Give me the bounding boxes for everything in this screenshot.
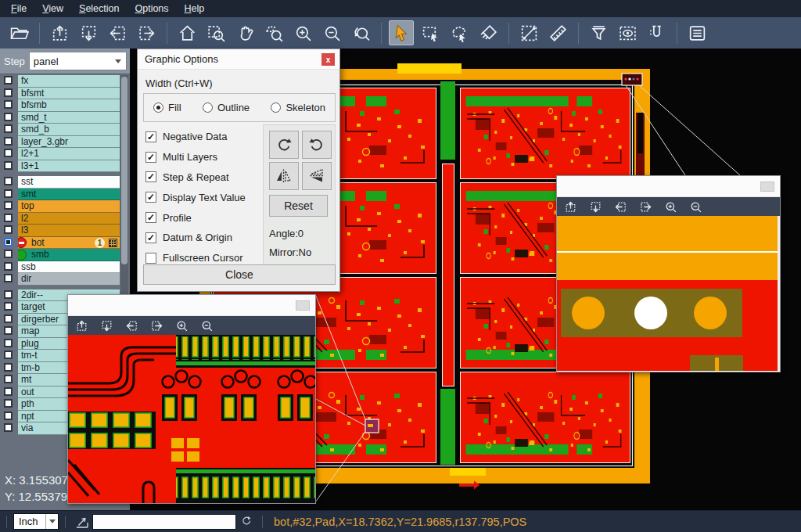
layer-visibility-checkbox[interactable] [4,225,13,234]
window-button-icon[interactable] [296,300,310,311]
menu-item-options[interactable]: Options [127,1,176,16]
layer-visibility-checkbox[interactable] [4,290,13,299]
angle-mode-button[interactable] [75,515,89,529]
layer-visibility-checkbox[interactable] [4,137,13,146]
mirror-horizontal-button[interactable] [269,162,299,190]
layer-name-fx[interactable]: fx [18,75,120,88]
layer-visibility-checkbox[interactable] [4,399,13,408]
measure-line-button[interactable] [516,20,541,45]
rotate-cw-button[interactable] [269,131,299,159]
pan-down-button[interactable] [100,319,113,332]
layer-visibility-checkbox[interactable] [4,363,13,372]
layer-visibility-checkbox[interactable] [4,238,13,246]
mirror-vertical-button[interactable] [302,162,332,190]
layer-visibility-checkbox[interactable] [4,274,13,282]
layer-name-bot[interactable]: bot1 [18,237,120,250]
menu-item-help[interactable]: Help [177,1,213,16]
checkbox-datum-origin[interactable]: ✓Datum & Origin [145,228,246,248]
checkbox-step-repeat[interactable]: ✓Step & Repeat [145,167,246,188]
layer-visibility-checkbox[interactable] [4,76,13,84]
checkbox-profile[interactable]: ✓Profile [145,207,246,228]
unit-select[interactable]: Inch [13,513,59,530]
layer-visibility-checkbox[interactable] [4,387,13,396]
layer-visibility-checkbox[interactable] [4,88,13,97]
layer-visibility-checkbox[interactable] [4,149,13,157]
pan-right-button[interactable] [150,319,163,332]
snap-button[interactable] [644,20,669,45]
filter-button[interactable] [586,20,611,45]
step-select[interactable]: panel [29,52,127,70]
menu-item-selection[interactable]: Selection [71,1,127,16]
zoom-out-button[interactable] [200,319,214,332]
pan-up-button[interactable] [47,20,72,45]
layer-name-l3+1[interactable]: l3+1 [18,160,120,173]
select-polygon-button[interactable] [447,20,472,45]
layer-visibility-checkbox[interactable] [4,100,13,109]
zoom-in-button[interactable] [290,20,315,45]
checkbox-negative-data[interactable]: ✓Negative Data [145,127,246,147]
layer-name-l2+1[interactable]: l2+1 [18,148,120,160]
zoom-window-button[interactable] [203,20,228,45]
layer-name-layer_3.gbr[interactable]: layer_3.gbr [18,136,120,149]
layer-name-l3[interactable]: l3 [18,225,120,237]
pan-left-button[interactable] [125,319,138,332]
pan-down-button[interactable] [76,20,101,45]
pan-up-button[interactable] [75,319,88,332]
layer-visibility-checkbox[interactable] [4,262,13,271]
layer-visibility-checkbox[interactable] [4,315,13,323]
radio-skeleton[interactable]: Skeleton [271,102,325,113]
layer-name-smd_t[interactable]: smd_t [18,112,120,124]
zoom-drag-button[interactable] [261,20,286,45]
layer-manager-button[interactable] [684,20,709,45]
select-cursor-button[interactable] [389,20,414,45]
layer-visibility-checkbox[interactable] [4,201,13,210]
layer-visibility-checkbox[interactable] [4,177,13,185]
scrollbar-thumb[interactable] [121,77,128,264]
menu-item-file[interactable]: File [3,1,34,16]
zoom-in-button[interactable] [664,200,677,214]
menu-item-view[interactable]: View [34,1,71,16]
zoom-out-button[interactable] [689,200,702,214]
zoom-previous-button[interactable] [348,20,373,45]
open-file-button[interactable] [6,20,31,45]
layer-visibility-checkbox[interactable] [4,189,13,198]
layer-visibility-checkbox[interactable] [4,214,13,222]
pan-right-button[interactable] [639,200,652,214]
layer-name-smt[interactable]: smt [18,189,120,201]
home-view-button[interactable] [174,20,199,45]
radio-fill[interactable]: Fill [153,102,181,113]
pan-down-button[interactable] [589,200,602,214]
layer-visibility-checkbox[interactable] [4,326,13,335]
layer-visibility-checkbox[interactable] [4,302,13,311]
close-button[interactable]: Close [143,264,336,285]
pan-left-button[interactable] [614,200,627,214]
reset-button[interactable]: Reset [269,195,328,217]
checkbox-multi-layers[interactable]: ✓Multi Layers [145,147,246,167]
zoom-out-button[interactable] [319,20,344,45]
window-button-icon[interactable] [760,182,774,192]
command-input[interactable] [92,514,236,530]
magnifier-1-content[interactable] [68,335,315,503]
measure-ruler-button[interactable] [545,20,570,45]
layer-name-top[interactable]: top [18,200,120,213]
dialog-close-button[interactable]: x [321,53,335,66]
layer-visibility-checkbox[interactable] [4,375,13,383]
layer-name-dir[interactable]: dir [18,273,120,286]
magnifier-1-titlebar[interactable] [68,295,315,316]
layer-visibility-checkbox[interactable] [4,339,13,347]
layer-name-l2[interactable]: l2 [18,213,120,225]
zoom-in-button[interactable] [175,319,189,332]
radio-outline[interactable]: Outline [203,102,250,113]
layer-name-bfsmt[interactable]: bfsmt [18,88,120,100]
checkbox-display-text-value[interactable]: ✓Display Text Value [145,187,246,207]
refresh-button[interactable] [239,515,253,528]
layer-visibility-checkbox[interactable] [4,124,13,133]
layer-visibility-checkbox[interactable] [4,161,13,170]
pan-hand-button[interactable] [232,20,257,45]
select-rect-button[interactable] [418,20,443,45]
layer-name-smd_b[interactable]: smd_b [18,124,120,136]
layer-visibility-checkbox[interactable] [4,423,13,432]
layer-visibility-checkbox[interactable] [4,350,13,359]
pan-right-button[interactable] [134,20,159,45]
clean-brush-button[interactable] [476,20,501,45]
